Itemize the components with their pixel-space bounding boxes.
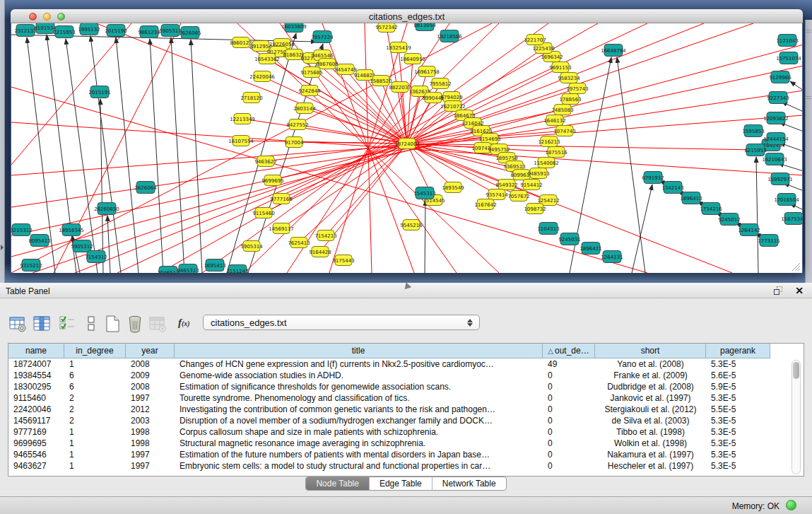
graph-edge[interactable] bbox=[116, 37, 139, 273]
table-cell[interactable]: Genome-wide association studies in ADHD. bbox=[175, 370, 543, 381]
table-cell[interactable]: 18724007 bbox=[8, 358, 64, 370]
table-cell[interactable]: 9115460 bbox=[8, 392, 64, 404]
table-cell[interactable]: 0 bbox=[543, 404, 595, 415]
table-cell[interactable]: 5.3E-5 bbox=[706, 392, 770, 404]
table-cell[interactable]: Estimation of the future numbers of pati… bbox=[175, 449, 543, 460]
vertical-scrollbar[interactable] bbox=[792, 360, 801, 474]
graph-edge[interactable] bbox=[790, 81, 803, 90]
function-builder-icon[interactable]: f(x) bbox=[178, 317, 190, 329]
float-panel-icon[interactable] bbox=[774, 286, 784, 296]
column-header-name[interactable]: name bbox=[8, 344, 64, 358]
graph-edge[interactable] bbox=[407, 106, 453, 144]
table-cell[interactable]: 9463627 bbox=[8, 460, 64, 472]
table-cell[interactable]: 2 bbox=[64, 392, 126, 404]
table-cell[interactable]: Structural magnetic resonance image aver… bbox=[175, 438, 543, 449]
table-cell[interactable]: Jankovic et al. (1997) bbox=[595, 392, 706, 404]
citation-network-graph[interactable]: 1872400788601238912954182260589127508165… bbox=[11, 23, 803, 273]
row-height-icon[interactable] bbox=[81, 313, 102, 334]
resize-grip-icon[interactable] bbox=[791, 262, 801, 271]
table-cell[interactable]: Corpus callosum shape and size in male p… bbox=[175, 426, 543, 438]
table-row[interactable]: 946554611997Estimation of the future num… bbox=[8, 449, 772, 460]
graph-edge[interactable] bbox=[262, 76, 407, 144]
table-cell[interactable]: Franke et al. (2009) bbox=[595, 370, 706, 381]
table-cell[interactable]: Stergiakouli et al. (2012) bbox=[595, 404, 706, 415]
table-cell[interactable]: Tourette syndrome. Phenomenology and cla… bbox=[175, 392, 543, 404]
table-cell[interactable]: 0 bbox=[543, 415, 595, 426]
graph-edge[interactable] bbox=[756, 157, 758, 273]
table-cell[interactable]: 0 bbox=[543, 449, 595, 460]
tab-edge-table[interactable]: Edge Table bbox=[370, 477, 433, 490]
table-cell[interactable]: 49 bbox=[543, 358, 595, 370]
table-cell[interactable]: 5.5E-5 bbox=[706, 404, 770, 415]
panel-collapse-arrow-icon[interactable] bbox=[1, 245, 4, 250]
table-cell[interactable]: 0 bbox=[543, 370, 595, 381]
column-header-out_de[interactable]: △out_de… bbox=[543, 344, 595, 358]
table-cell[interactable]: 5.3E-5 bbox=[706, 426, 770, 438]
graph-edge[interactable] bbox=[11, 23, 131, 165]
table-cell[interactable]: 1 bbox=[64, 438, 126, 449]
table-row[interactable]: 1830029562008Estimation of significance … bbox=[8, 381, 772, 392]
table-row[interactable]: 977716911998Corpus callosum shape and si… bbox=[8, 426, 772, 438]
table-cell[interactable]: 1998 bbox=[126, 426, 175, 438]
table-cell[interactable]: 0 bbox=[543, 426, 595, 438]
delete-icon[interactable] bbox=[124, 313, 146, 334]
table-cell[interactable]: Hescheler et al. (1997) bbox=[595, 460, 706, 472]
table-cell[interactable]: Yano et al. (2008) bbox=[595, 358, 706, 370]
table-row[interactable]: 1872400712008Changes of HCN gene express… bbox=[8, 358, 772, 370]
table-cell[interactable]: 9465546 bbox=[8, 449, 64, 460]
table-settings-icon[interactable] bbox=[7, 313, 28, 334]
table-cell[interactable]: Dudbridge et al. (2008) bbox=[595, 381, 706, 392]
table-selector-dropdown[interactable]: citations_edges.txt bbox=[203, 315, 480, 330]
table-cell[interactable]: 5.3E-5 bbox=[706, 415, 770, 426]
window-titlebar[interactable]: citations_edges.txt bbox=[11, 9, 803, 23]
new-table-icon[interactable] bbox=[102, 313, 123, 334]
table-row[interactable]: 2242004622012Investigating the contribut… bbox=[8, 404, 772, 415]
show-column-icon[interactable] bbox=[31, 313, 52, 334]
table-cell[interactable]: de Silva et al. (2003) bbox=[595, 415, 706, 426]
table-cell[interactable]: 5.3E-5 bbox=[706, 438, 770, 449]
table-cell[interactable]: 5.3E-5 bbox=[706, 449, 770, 460]
table-cell[interactable]: Nakamura et al. (1997) bbox=[595, 449, 706, 460]
tab-node-table[interactable]: Node Table bbox=[306, 477, 370, 490]
graph-edge[interactable] bbox=[160, 23, 598, 273]
tab-network-table[interactable]: Network Table bbox=[433, 477, 506, 490]
right-panel-edge[interactable] bbox=[805, 20, 812, 283]
table-cell[interactable]: 14569117 bbox=[8, 415, 64, 426]
graph-edge[interactable] bbox=[425, 200, 425, 273]
graph-edge[interactable] bbox=[632, 185, 652, 273]
column-header-title[interactable]: title bbox=[175, 344, 543, 358]
table-cell[interactable]: 2 bbox=[64, 404, 126, 415]
table-cell[interactable]: 1998 bbox=[126, 438, 175, 449]
graph-edge[interactable] bbox=[107, 216, 110, 273]
table-cell[interactable]: Embryonic stem cells: a model to study s… bbox=[175, 460, 543, 472]
table-cell[interactable]: Tibbo et al. (1998) bbox=[595, 426, 706, 438]
graph-edge[interactable] bbox=[171, 37, 184, 273]
table-cell[interactable]: 2003 bbox=[126, 415, 175, 426]
table-cell[interactable]: 1 bbox=[64, 460, 126, 472]
table-cell[interactable]: 5.3E-5 bbox=[706, 358, 770, 370]
table-cell[interactable]: 1997 bbox=[126, 449, 175, 460]
graph-edge[interactable] bbox=[281, 144, 407, 228]
left-panel-edge[interactable] bbox=[0, 0, 5, 283]
network-canvas[interactable]: 1872400788601238912954182260589127508165… bbox=[11, 23, 803, 273]
table-cell[interactable]: 1 bbox=[64, 358, 126, 370]
table-cell[interactable]: 0 bbox=[543, 438, 595, 449]
table-cell[interactable]: Investigating the contribution of common… bbox=[175, 404, 543, 415]
column-header-pagerank[interactable]: pagerank bbox=[706, 344, 770, 358]
table-row[interactable]: 1938455462009Genome-wide association stu… bbox=[8, 370, 772, 381]
graph-edge[interactable] bbox=[310, 90, 407, 144]
table-cell[interactable]: 2008 bbox=[126, 358, 175, 370]
column-header-short[interactable]: short bbox=[595, 344, 706, 358]
scrollbar-thumb[interactable] bbox=[793, 362, 799, 379]
table-cell[interactable]: 2008 bbox=[126, 381, 175, 392]
table-cell[interactable]: 6 bbox=[64, 381, 126, 392]
column-header-in_degree[interactable]: in_degree bbox=[64, 344, 126, 358]
table-cell[interactable]: 1997 bbox=[126, 392, 175, 404]
graph-edge[interactable] bbox=[150, 39, 163, 273]
graph-edge[interactable] bbox=[305, 108, 407, 144]
table-cell[interactable]: 5.6E-5 bbox=[706, 370, 770, 381]
table-cell[interactable]: 1 bbox=[64, 426, 126, 438]
table-row[interactable]: 1456911722003Disruption of a novel membe… bbox=[8, 415, 772, 426]
table-cell[interactable]: 2009 bbox=[126, 370, 175, 381]
close-panel-icon[interactable]: ✕ bbox=[795, 285, 804, 296]
